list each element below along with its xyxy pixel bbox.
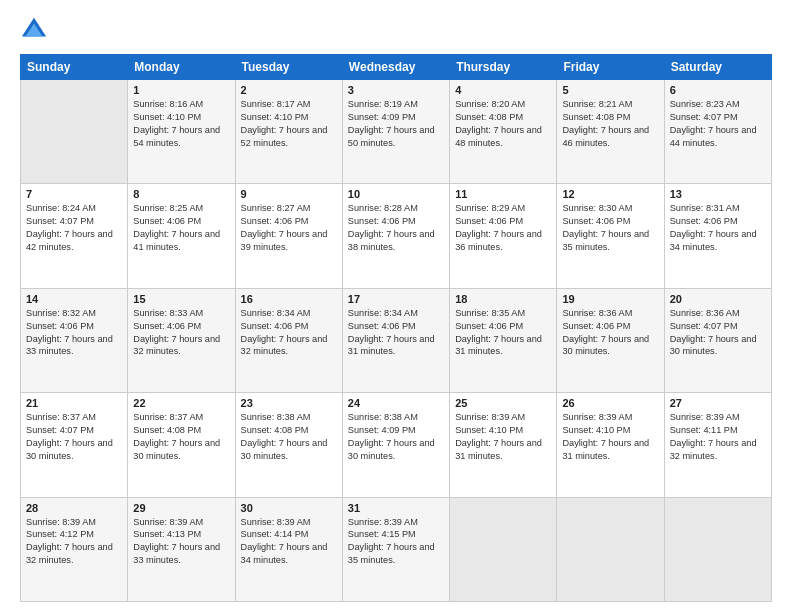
daylight-label: Daylight: 7 hours and 42 minutes. [26,229,113,252]
sunset-label: Sunset: 4:08 PM [455,112,523,122]
day-number: 23 [241,397,337,409]
daylight-label: Daylight: 7 hours and 38 minutes. [348,229,435,252]
sunrise-label: Sunrise: 8:29 AM [455,203,525,213]
sunset-label: Sunset: 4:06 PM [562,216,630,226]
daylight-label: Daylight: 7 hours and 36 minutes. [455,229,542,252]
header-day-sunday: Sunday [21,55,128,80]
day-info: Sunrise: 8:36 AMSunset: 4:07 PMDaylight:… [670,307,766,359]
calendar-cell: 23Sunrise: 8:38 AMSunset: 4:08 PMDayligh… [235,393,342,497]
sunrise-label: Sunrise: 8:31 AM [670,203,740,213]
calendar-cell: 25Sunrise: 8:39 AMSunset: 4:10 PMDayligh… [450,393,557,497]
sunrise-label: Sunrise: 8:39 AM [562,412,632,422]
calendar-cell: 11Sunrise: 8:29 AMSunset: 4:06 PMDayligh… [450,184,557,288]
calendar-cell: 19Sunrise: 8:36 AMSunset: 4:06 PMDayligh… [557,288,664,392]
day-number: 26 [562,397,658,409]
sunset-label: Sunset: 4:08 PM [241,425,309,435]
day-info: Sunrise: 8:24 AMSunset: 4:07 PMDaylight:… [26,202,122,254]
day-info: Sunrise: 8:29 AMSunset: 4:06 PMDaylight:… [455,202,551,254]
daylight-label: Daylight: 7 hours and 30 minutes. [133,438,220,461]
daylight-label: Daylight: 7 hours and 33 minutes. [26,334,113,357]
day-info: Sunrise: 8:23 AMSunset: 4:07 PMDaylight:… [670,98,766,150]
daylight-label: Daylight: 7 hours and 30 minutes. [348,438,435,461]
sunset-label: Sunset: 4:07 PM [26,425,94,435]
sunset-label: Sunset: 4:15 PM [348,529,416,539]
calendar-cell: 27Sunrise: 8:39 AMSunset: 4:11 PMDayligh… [664,393,771,497]
sunrise-label: Sunrise: 8:32 AM [26,308,96,318]
header-day-wednesday: Wednesday [342,55,449,80]
daylight-label: Daylight: 7 hours and 35 minutes. [348,542,435,565]
day-info: Sunrise: 8:25 AMSunset: 4:06 PMDaylight:… [133,202,229,254]
day-number: 19 [562,293,658,305]
sunrise-label: Sunrise: 8:21 AM [562,99,632,109]
daylight-label: Daylight: 7 hours and 32 minutes. [26,542,113,565]
day-info: Sunrise: 8:34 AMSunset: 4:06 PMDaylight:… [348,307,444,359]
sunrise-label: Sunrise: 8:24 AM [26,203,96,213]
day-info: Sunrise: 8:19 AMSunset: 4:09 PMDaylight:… [348,98,444,150]
daylight-label: Daylight: 7 hours and 30 minutes. [562,334,649,357]
day-info: Sunrise: 8:39 AMSunset: 4:15 PMDaylight:… [348,516,444,568]
calendar-cell [664,497,771,601]
day-info: Sunrise: 8:37 AMSunset: 4:08 PMDaylight:… [133,411,229,463]
calendar-cell: 20Sunrise: 8:36 AMSunset: 4:07 PMDayligh… [664,288,771,392]
sunset-label: Sunset: 4:06 PM [670,216,738,226]
sunrise-label: Sunrise: 8:19 AM [348,99,418,109]
sunrise-label: Sunrise: 8:35 AM [455,308,525,318]
calendar-cell: 26Sunrise: 8:39 AMSunset: 4:10 PMDayligh… [557,393,664,497]
sunset-label: Sunset: 4:06 PM [348,321,416,331]
day-info: Sunrise: 8:34 AMSunset: 4:06 PMDaylight:… [241,307,337,359]
daylight-label: Daylight: 7 hours and 31 minutes. [562,438,649,461]
day-number: 7 [26,188,122,200]
sunset-label: Sunset: 4:07 PM [26,216,94,226]
calendar-cell: 29Sunrise: 8:39 AMSunset: 4:13 PMDayligh… [128,497,235,601]
daylight-label: Daylight: 7 hours and 54 minutes. [133,125,220,148]
day-info: Sunrise: 8:38 AMSunset: 4:09 PMDaylight:… [348,411,444,463]
sunset-label: Sunset: 4:06 PM [241,321,309,331]
sunrise-label: Sunrise: 8:38 AM [241,412,311,422]
sunrise-label: Sunrise: 8:38 AM [348,412,418,422]
sunrise-label: Sunrise: 8:28 AM [348,203,418,213]
day-number: 24 [348,397,444,409]
day-number: 20 [670,293,766,305]
daylight-label: Daylight: 7 hours and 34 minutes. [670,229,757,252]
sunrise-label: Sunrise: 8:34 AM [241,308,311,318]
calendar-cell: 18Sunrise: 8:35 AMSunset: 4:06 PMDayligh… [450,288,557,392]
sunset-label: Sunset: 4:06 PM [562,321,630,331]
daylight-label: Daylight: 7 hours and 34 minutes. [241,542,328,565]
day-number: 1 [133,84,229,96]
logo-icon [20,16,48,44]
day-number: 15 [133,293,229,305]
daylight-label: Daylight: 7 hours and 48 minutes. [455,125,542,148]
calendar-cell: 21Sunrise: 8:37 AMSunset: 4:07 PMDayligh… [21,393,128,497]
header [20,16,772,44]
daylight-label: Daylight: 7 hours and 52 minutes. [241,125,328,148]
sunset-label: Sunset: 4:13 PM [133,529,201,539]
day-number: 31 [348,502,444,514]
day-info: Sunrise: 8:39 AMSunset: 4:13 PMDaylight:… [133,516,229,568]
sunset-label: Sunset: 4:09 PM [348,112,416,122]
sunset-label: Sunset: 4:14 PM [241,529,309,539]
calendar-cell: 17Sunrise: 8:34 AMSunset: 4:06 PMDayligh… [342,288,449,392]
calendar-cell: 4Sunrise: 8:20 AMSunset: 4:08 PMDaylight… [450,80,557,184]
sunrise-label: Sunrise: 8:39 AM [26,517,96,527]
sunset-label: Sunset: 4:10 PM [455,425,523,435]
day-number: 4 [455,84,551,96]
sunrise-label: Sunrise: 8:16 AM [133,99,203,109]
daylight-label: Daylight: 7 hours and 30 minutes. [26,438,113,461]
calendar-cell: 14Sunrise: 8:32 AMSunset: 4:06 PMDayligh… [21,288,128,392]
day-info: Sunrise: 8:35 AMSunset: 4:06 PMDaylight:… [455,307,551,359]
calendar-cell: 12Sunrise: 8:30 AMSunset: 4:06 PMDayligh… [557,184,664,288]
day-number: 9 [241,188,337,200]
sunset-label: Sunset: 4:06 PM [133,321,201,331]
calendar-table: SundayMondayTuesdayWednesdayThursdayFrid… [20,54,772,602]
header-day-friday: Friday [557,55,664,80]
day-number: 16 [241,293,337,305]
sunrise-label: Sunrise: 8:20 AM [455,99,525,109]
week-row-2: 14Sunrise: 8:32 AMSunset: 4:06 PMDayligh… [21,288,772,392]
day-info: Sunrise: 8:39 AMSunset: 4:10 PMDaylight:… [562,411,658,463]
daylight-label: Daylight: 7 hours and 31 minutes. [455,334,542,357]
day-number: 30 [241,502,337,514]
day-info: Sunrise: 8:21 AMSunset: 4:08 PMDaylight:… [562,98,658,150]
sunrise-label: Sunrise: 8:17 AM [241,99,311,109]
daylight-label: Daylight: 7 hours and 30 minutes. [241,438,328,461]
daylight-label: Daylight: 7 hours and 31 minutes. [348,334,435,357]
